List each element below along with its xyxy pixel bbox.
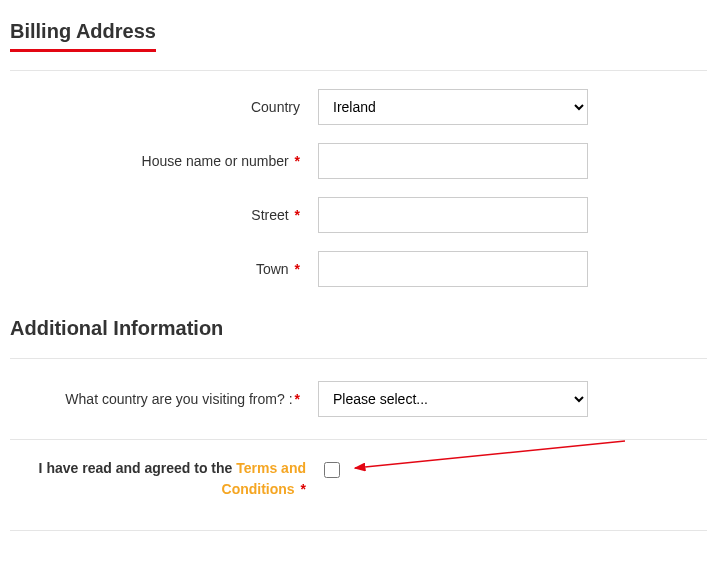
street-label-text: Street	[251, 207, 288, 223]
required-mark: *	[295, 391, 300, 407]
svg-line-1	[355, 441, 625, 468]
street-input[interactable]	[318, 197, 588, 233]
street-label: Street *	[10, 207, 306, 223]
visiting-control-wrap: Please select...	[306, 381, 588, 417]
country-label: Country	[10, 99, 306, 115]
visiting-row: What country are you visiting from? :* P…	[10, 358, 707, 439]
required-mark: *	[295, 207, 300, 223]
additional-title: Additional Information	[10, 317, 707, 348]
billing-address-section: Billing Address Country Ireland House na…	[10, 20, 707, 287]
terms-checkbox[interactable]	[324, 462, 340, 478]
street-row: Street *	[10, 197, 707, 233]
visiting-select[interactable]: Please select...	[318, 381, 588, 417]
terms-row: I have read and agreed to the Terms and …	[10, 439, 707, 531]
house-label: House name or number *	[10, 153, 306, 169]
town-label-text: Town	[256, 261, 289, 277]
house-label-text: House name or number	[142, 153, 289, 169]
town-label: Town *	[10, 261, 306, 277]
terms-prefix: I have read and agreed to the	[39, 460, 237, 476]
house-row: House name or number *	[10, 143, 707, 179]
town-control-wrap	[306, 251, 588, 287]
country-row: Country Ireland	[10, 89, 707, 125]
town-input[interactable]	[318, 251, 588, 287]
house-control-wrap	[306, 143, 588, 179]
terms-label: I have read and agreed to the Terms and …	[10, 458, 306, 500]
country-label-text: Country	[251, 99, 300, 115]
billing-address-title: Billing Address	[10, 20, 156, 52]
country-control-wrap: Ireland	[306, 89, 588, 125]
terms-checkbox-wrap	[306, 458, 340, 482]
street-control-wrap	[306, 197, 588, 233]
country-select[interactable]: Ireland	[318, 89, 588, 125]
required-mark: *	[301, 481, 306, 497]
additional-section: Additional Information What country are …	[10, 317, 707, 531]
required-mark: *	[295, 153, 300, 169]
visiting-label: What country are you visiting from? :*	[10, 391, 306, 407]
town-row: Town *	[10, 251, 707, 287]
visiting-label-text: What country are you visiting from? :	[65, 391, 292, 407]
annotation-arrow-icon	[350, 440, 630, 480]
divider	[10, 70, 707, 71]
house-input[interactable]	[318, 143, 588, 179]
required-mark: *	[295, 261, 300, 277]
